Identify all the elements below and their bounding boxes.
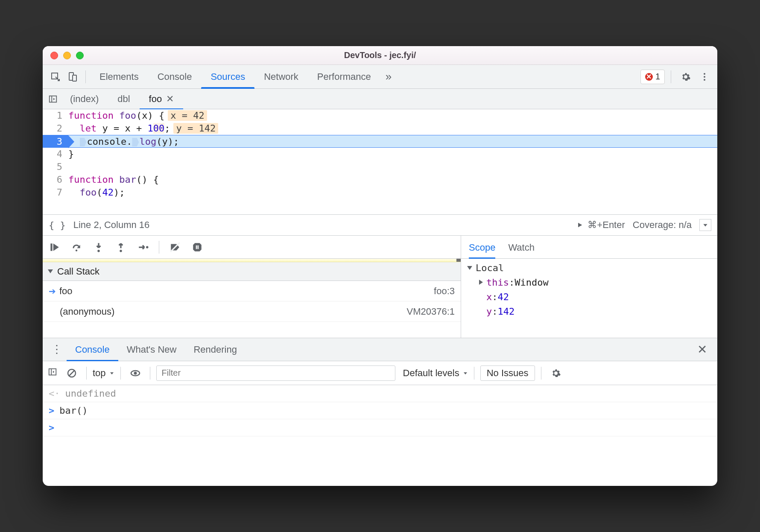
drawer-tab-rendering[interactable]: Rendering (185, 338, 246, 361)
context-selector[interactable]: top (93, 368, 114, 379)
svg-point-11 (120, 249, 122, 251)
step-icon[interactable] (137, 241, 149, 254)
expand-icon (479, 280, 483, 285)
console-settings-icon[interactable] (547, 365, 564, 382)
cursor-position: Line 2, Column 16 (73, 219, 150, 231)
step-out-icon[interactable] (114, 241, 127, 254)
console-row[interactable]: >bar() (43, 402, 717, 419)
svg-point-12 (146, 246, 148, 248)
svg-rect-14 (196, 245, 197, 249)
kebab-menu-icon[interactable] (696, 68, 713, 85)
inline-value-hint: y = 142 (173, 123, 218, 134)
tab-network[interactable]: Network (254, 65, 308, 89)
console-row[interactable]: <·undefined (43, 385, 717, 402)
titlebar: DevTools - jec.fyi/ (43, 46, 717, 65)
tab-watch[interactable]: Watch (508, 242, 535, 258)
console-body[interactable]: <·undefined>bar()> (43, 385, 717, 486)
call-stack-header[interactable]: Call Stack (43, 262, 461, 281)
call-frame-marker-icon (80, 138, 87, 146)
scope-group[interactable]: Local (461, 260, 717, 275)
scope-variable[interactable]: x: 42 (461, 289, 717, 304)
call-frame-marker-icon (132, 138, 139, 146)
line-number[interactable]: 4 (43, 148, 68, 161)
svg-point-3 (704, 73, 705, 75)
scope-variable[interactable]: y: 142 (461, 304, 717, 319)
pause-on-exceptions-icon[interactable] (191, 241, 204, 254)
tab-sources[interactable]: Sources (201, 65, 254, 89)
line-number[interactable]: 1 (43, 109, 68, 122)
line-number[interactable]: 7 (43, 186, 68, 199)
drawer-tab-console[interactable]: Console (67, 338, 118, 361)
show-console-sidebar-icon[interactable] (48, 367, 57, 379)
live-expression-icon[interactable] (127, 365, 144, 382)
code-line[interactable]: 3 console.log(y); (43, 135, 717, 148)
settings-icon[interactable] (677, 68, 694, 85)
expand-icon (467, 266, 472, 270)
code-line[interactable]: 1function foo(x) {x = 42 (43, 109, 717, 122)
file-tab[interactable]: (index) (61, 89, 108, 109)
separator (85, 70, 86, 83)
code-editor[interactable]: 1function foo(x) {x = 422 let y = x + 10… (43, 109, 717, 214)
tab-console[interactable]: Console (148, 65, 202, 89)
prompt-icon: > (49, 405, 54, 416)
more-tabs-icon[interactable]: » (380, 70, 397, 83)
prompt-icon: > (49, 422, 54, 433)
line-number[interactable]: 5 (43, 161, 68, 173)
pretty-print-icon[interactable]: { } (49, 220, 66, 231)
drawer-more-icon[interactable]: ⋮ (47, 343, 67, 356)
svg-point-5 (704, 79, 705, 81)
tab-elements[interactable]: Elements (90, 65, 148, 89)
clear-console-icon[interactable] (63, 365, 80, 382)
close-drawer-icon[interactable]: ✕ (691, 342, 713, 357)
call-stack-frame[interactable]: (anonymous)VM20376:1 (43, 301, 461, 322)
svg-rect-2 (73, 75, 76, 81)
console-filter-input[interactable] (156, 365, 395, 381)
code-line[interactable]: 7 foo(42); (43, 186, 717, 199)
file-tabstrip: (index)dblfoo✕ (43, 89, 717, 109)
current-frame-icon: ➔ (49, 286, 56, 296)
scope-variable[interactable]: this: Window (461, 275, 717, 289)
line-number[interactable]: 6 (43, 173, 68, 186)
step-over-icon[interactable] (70, 241, 83, 254)
code-line[interactable]: 5 (43, 161, 717, 173)
show-navigator-icon[interactable] (45, 94, 61, 104)
svg-rect-15 (198, 245, 199, 249)
separator (159, 241, 159, 254)
device-toolbar-icon[interactable] (64, 68, 81, 85)
console-row[interactable]: > (43, 419, 717, 436)
resume-icon[interactable] (48, 241, 61, 254)
scope-tabstrip: ScopeWatch (461, 236, 717, 259)
code-line[interactable]: 6function bar() { (43, 173, 717, 186)
separator (120, 367, 121, 380)
svg-rect-16 (49, 368, 56, 375)
log-levels-selector[interactable]: Default levels (403, 368, 468, 379)
step-into-icon[interactable] (92, 241, 105, 254)
file-tab[interactable]: foo✕ (140, 89, 184, 109)
inspect-element-icon[interactable] (47, 68, 64, 85)
window-title: DevTools - jec.fyi/ (43, 50, 717, 60)
call-stack-frame[interactable]: ➔foofoo:3 (43, 281, 461, 301)
statusbar-menu-icon[interactable] (699, 219, 711, 231)
coverage-status: Coverage: n/a (633, 219, 692, 231)
code-line[interactable]: 4} (43, 148, 717, 161)
svg-point-9 (76, 249, 77, 251)
run-snippet-hint: ⌘+Enter (576, 219, 625, 231)
close-file-icon[interactable]: ✕ (166, 94, 174, 105)
tab-performance[interactable]: Performance (308, 65, 380, 89)
issues-button[interactable]: No Issues (480, 365, 535, 381)
file-tab[interactable]: dbl (108, 89, 139, 109)
code-line[interactable]: 2 let y = x + 100;y = 142 (43, 122, 717, 135)
tab-scope[interactable]: Scope (469, 242, 495, 258)
deactivate-breakpoints-icon[interactable] (169, 241, 181, 254)
error-count-badge[interactable]: ✕ 1 (640, 70, 665, 84)
debugger-right: ScopeWatch Localthis: Windowx: 42y: 142 (461, 236, 717, 338)
svg-rect-8 (50, 243, 52, 251)
line-number[interactable]: 3 (43, 135, 68, 147)
inline-value-hint: x = 42 (168, 110, 207, 121)
line-number[interactable]: 2 (43, 122, 68, 135)
drawer-tab-what-s-new[interactable]: What's New (118, 338, 185, 361)
drawer-tabstrip: ⋮ ConsoleWhat's NewRendering ✕ (43, 338, 717, 361)
separator (541, 367, 541, 380)
separator (671, 70, 671, 83)
svg-point-4 (704, 76, 705, 78)
